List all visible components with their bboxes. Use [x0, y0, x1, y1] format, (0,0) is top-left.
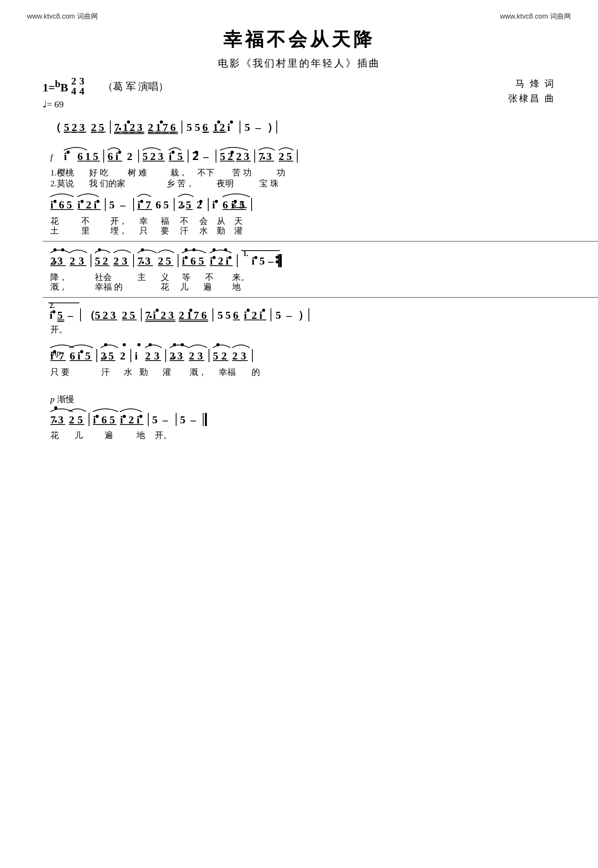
svg-point-42 [67, 151, 70, 154]
svg-text:i: i [212, 199, 215, 211]
svg-text:i: i [259, 309, 262, 321]
svg-text:5: 5 [166, 255, 171, 267]
svg-text:7: 7 [194, 309, 199, 321]
svg-text:6: 6 [201, 309, 207, 321]
svg-text:里: 里 [81, 226, 90, 235]
watermark-right: www.ktvc8.com 词曲网 [500, 12, 571, 21]
svg-point-167 [98, 248, 101, 251]
svg-text:i: i [244, 309, 247, 321]
svg-text:3: 3 [241, 350, 246, 362]
svg-point-343 [139, 415, 142, 418]
watermark-left: www.ktvc8.com 词曲网 [27, 12, 98, 21]
svg-text:2: 2 [179, 309, 184, 321]
svg-point-118 [182, 205, 185, 208]
svg-text:2: 2 [103, 309, 108, 321]
svg-text:）: ） [298, 309, 309, 321]
svg-text:i: i [50, 350, 53, 362]
svg-text:儿: 儿 [180, 282, 188, 292]
svg-text:要: 要 [161, 226, 169, 235]
svg-point-155 [54, 261, 57, 263]
svg-text:溉，: 溉， [190, 367, 207, 377]
svg-text:5: 5 [85, 350, 91, 362]
svg-point-50 [118, 151, 121, 154]
svg-text:来。: 来。 [232, 272, 249, 282]
svg-text:i: i [64, 150, 67, 162]
svg-point-125 [215, 200, 218, 203]
svg-text:只 要: 只 要 [50, 367, 70, 377]
svg-point-173 [142, 261, 144, 264]
svg-point-70 [231, 151, 234, 154]
svg-point-33 [230, 120, 233, 124]
svg-text:2: 2 [50, 255, 56, 267]
composer: 张棣昌 曲 [508, 91, 555, 106]
subtitle: 电影《我们村里的年轻人》插曲 [43, 57, 555, 70]
svg-text:3: 3 [197, 350, 203, 362]
svg-point-260 [247, 309, 250, 312]
svg-text:6: 6 [77, 150, 83, 162]
svg-text:i: i [50, 199, 53, 211]
singer-label: （葛 军 演唱） [103, 80, 168, 93]
svg-point-189 [212, 256, 216, 259]
svg-point-328 [54, 406, 57, 409]
svg-text:2: 2 [236, 150, 242, 162]
svg-text:开，: 开， [110, 216, 127, 226]
svg-text:5: 5 [110, 414, 115, 426]
svg-text:2: 2 [91, 121, 96, 133]
svg-point-64 [195, 151, 198, 154]
svg-text:2: 2 [120, 350, 125, 362]
svg-text:2.: 2. [50, 302, 55, 309]
svg-text:灌: 灌 [234, 226, 243, 235]
svg-point-310 [216, 343, 219, 346]
svg-point-187 [192, 248, 195, 251]
svg-point-263 [262, 309, 265, 312]
key-label: 1=bB [43, 79, 68, 94]
svg-text:花: 花 [50, 430, 59, 440]
svg-text:5: 5 [218, 309, 223, 321]
svg-text:–: – [190, 414, 196, 426]
key-time-row: 1=bB 24 34 （葛 军 演唱） [43, 76, 168, 96]
svg-text:（: （ [50, 121, 61, 133]
svg-text:2: 2 [189, 350, 194, 362]
svg-text:i: i [210, 255, 213, 267]
svg-text:6: 6 [170, 121, 176, 133]
svg-text:福: 福 [161, 216, 169, 226]
svg-text:2: 2 [130, 121, 135, 133]
svg-text:2: 2 [232, 350, 238, 362]
svg-text:3: 3 [177, 350, 183, 362]
svg-text:7: 7 [163, 121, 168, 133]
svg-text:5: 5 [57, 309, 63, 321]
svg-point-194 [212, 248, 216, 251]
svg-text:降，: 降， [50, 272, 67, 282]
svg-text:埋，: 埋， [110, 226, 127, 235]
svg-point-283 [105, 356, 107, 359]
svg-text:1: 1 [85, 150, 91, 162]
svg-text:天: 天 [234, 216, 243, 226]
page-title: 幸福不会从天降 [43, 27, 555, 52]
svg-text:2: 2 [129, 414, 134, 426]
svg-text:7: 7 [146, 199, 151, 211]
svg-text:–: – [120, 199, 126, 211]
svg-text:7: 7 [59, 350, 64, 362]
svg-text:5: 5 [64, 121, 69, 133]
svg-text:1.: 1. [243, 250, 248, 258]
tempo-label: ♩= 69 [43, 99, 168, 110]
svg-text:5: 5 [95, 255, 100, 267]
svg-text:不: 不 [180, 216, 188, 226]
svg-text:只: 只 [139, 226, 148, 235]
svg-text:幸福 的: 幸福 的 [95, 282, 123, 292]
svg-point-200 [254, 256, 257, 259]
svg-text:5: 5 [245, 121, 250, 133]
lyricist: 马 烽 词 [508, 76, 555, 91]
svg-point-340 [123, 415, 126, 418]
time-sig-1: 24 [71, 76, 76, 96]
svg-point-288 [123, 343, 126, 346]
svg-text:5: 5 [180, 414, 185, 426]
svg-point-273 [53, 350, 56, 353]
svg-text:开。: 开。 [50, 325, 67, 334]
svg-text:5: 5 [163, 199, 169, 211]
svg-text:水: 水 [199, 226, 208, 235]
svg-text:夜明: 夜明 [217, 179, 234, 188]
svg-point-302 [181, 343, 184, 346]
svg-text:5: 5 [108, 350, 114, 362]
svg-text:–: – [203, 150, 209, 162]
